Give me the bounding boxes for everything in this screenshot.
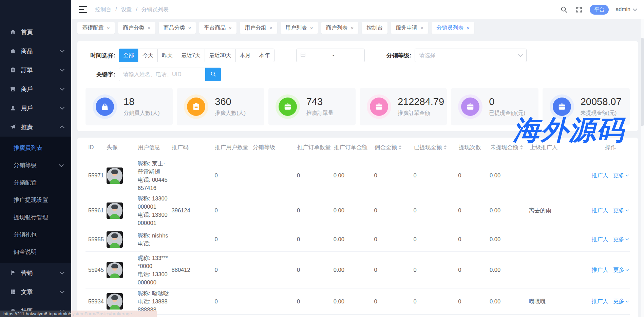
keyword-input[interactable] [119, 68, 206, 81]
stats-row: 18 分銷員人數(人) 360 推廣人數(人) [86, 88, 630, 125]
sidebar-item-promotion[interactable]: 推廣 [0, 118, 71, 137]
collapse-menu-button[interactable] [79, 5, 88, 14]
column-user-info: 用户信息 [138, 144, 172, 151]
sidebar-subitem-distribution-config[interactable]: 分銷配置 [0, 174, 71, 191]
sidebar-subitem-distribution-gift[interactable]: 分销礼包 [0, 226, 71, 243]
close-icon[interactable]: × [229, 25, 232, 31]
promoter-link[interactable]: 推广人 [591, 236, 608, 243]
avatar [107, 262, 123, 278]
search-button[interactable] [205, 68, 221, 81]
cell-id: 55955 [86, 236, 107, 243]
sidebar-item-marketing[interactable]: 营销 [0, 263, 71, 282]
tab-product-category[interactable]: 商品分类 × [159, 22, 196, 34]
topbar-actions: 平台 admin [560, 5, 637, 15]
tab-console[interactable]: 控制台 [362, 22, 387, 34]
tab-user-groups[interactable]: 用户分组 × [240, 22, 277, 34]
user-menu[interactable]: admin [615, 6, 637, 13]
column-unwithdrawn-sortable[interactable]: 未提现金额 [490, 144, 530, 151]
sidebar-item-home[interactable]: 首頁 [0, 22, 71, 41]
scrollbar-thumb[interactable] [641, 38, 644, 126]
time-option-month[interactable]: 本月 [235, 49, 255, 62]
time-option-yesterday[interactable]: 昨天 [157, 49, 177, 62]
cell-withdraw-times: 0 [458, 236, 490, 243]
chevron-down-icon [518, 52, 523, 57]
promoter-link[interactable]: 推广人 [591, 207, 608, 214]
tab-distributor-list[interactable]: 分销员列表 × [432, 22, 474, 34]
date-range-input[interactable]: - [296, 49, 365, 62]
topbar: 控制台 / 设置 / 分销员列表 平台 admin [71, 0, 644, 19]
cell-nickname: 昵称: nishhs [138, 231, 170, 240]
column-label: 已提现金额 [414, 144, 442, 151]
breadcrumb-distributor-list[interactable]: 分销员列表 [141, 6, 169, 13]
avatar [107, 293, 123, 310]
briefcase-icon [370, 98, 388, 116]
time-option-last7[interactable]: 最近7天 [177, 49, 205, 62]
close-icon[interactable]: × [269, 25, 272, 31]
tab-merchant-list[interactable]: 商户列表 × [321, 22, 359, 34]
sidebar-item-users[interactable]: 用戶 [0, 99, 71, 118]
cell-nickname: 昵称: 13300000001 [138, 194, 170, 211]
more-link[interactable]: 更多 [613, 172, 628, 179]
time-option-today[interactable]: 今天 [138, 49, 158, 62]
column-id: ID [86, 144, 107, 151]
breadcrumb-settings[interactable]: 设置 [121, 6, 132, 13]
sidebar-subitem-withdraw-banks[interactable]: 提现银行管理 [0, 209, 71, 226]
more-link[interactable]: 更多 [613, 236, 628, 243]
sidebar-item-label: 首頁 [21, 28, 64, 36]
cell-unwithdrawn: 0.00 [490, 267, 529, 273]
time-option-year[interactable]: 本年 [255, 49, 274, 62]
cell-promo-orders: 0 [297, 236, 334, 243]
stat-card-unwithdrawn-amount: 20058.07 未提現金額(元) [543, 88, 630, 125]
tab-bar: 基礎配置 × 商户分类 × 商品分类 × 平台商品 × 用户分组 × 用户列表 … [71, 19, 644, 37]
sidebar-subitem-commission-note[interactable]: 佣金说明 [0, 243, 71, 261]
sort-icon[interactable] [444, 145, 447, 149]
sort-icon[interactable] [520, 145, 523, 149]
fullscreen-icon[interactable] [575, 5, 583, 14]
sidebar-item-label: 訂單 [21, 66, 60, 74]
promoter-link[interactable]: 推广人 [591, 172, 608, 179]
close-icon[interactable]: × [310, 25, 313, 31]
breadcrumb-console[interactable]: 控制台 [95, 6, 111, 13]
sidebar-item-products[interactable]: 商品 [0, 41, 71, 60]
column-promo-users: 推广用户数量 [215, 144, 253, 151]
sidebar-subitem-withdraw-settings[interactable]: 推广提现设置 [0, 191, 71, 209]
tab-user-list[interactable]: 用户列表 × [281, 22, 318, 34]
column-withdrawn-sortable[interactable]: 已提现金额 [414, 144, 459, 151]
more-link[interactable]: 更多 [613, 298, 628, 305]
promoter-link[interactable]: 推广人 [591, 298, 608, 305]
tab-base-config[interactable]: 基礎配置 × [77, 22, 115, 34]
sidebar-subitem-distribution-level[interactable]: 分销等级 [0, 157, 71, 174]
main-area: 控制台 / 设置 / 分销员列表 平台 admin [71, 0, 644, 317]
level-select[interactable]: 请选择 [415, 49, 527, 62]
sidebar-item-articles[interactable]: 文章 [0, 282, 71, 301]
sidebar-subitem-promoter-list[interactable]: 推廣員列表 [0, 139, 71, 157]
sidebar-item-orders[interactable]: 訂單 [0, 60, 71, 80]
tab-merchant-category[interactable]: 商户分类 × [118, 22, 155, 34]
column-parent-promoter: 上级推广人 [530, 144, 592, 151]
cell-promo-order-amount: 0.00 [334, 267, 374, 273]
more-link[interactable]: 更多 [613, 207, 628, 214]
cell-withdrawn: 0 [413, 267, 458, 273]
sort-icon[interactable] [399, 145, 401, 149]
sidebar-item-merchants[interactable]: 商戶 [0, 80, 71, 99]
column-commission-sortable[interactable]: 佣金金额 [375, 144, 414, 151]
cell-phone: 电话: 13300000001 [138, 211, 170, 227]
close-icon[interactable]: × [420, 25, 423, 31]
more-link[interactable]: 更多 [613, 266, 628, 274]
cell-withdrawn: 0 [413, 298, 458, 305]
tab-platform-products[interactable]: 平台商品 × [199, 22, 236, 34]
close-icon[interactable]: × [148, 25, 151, 31]
close-icon[interactable]: × [107, 25, 110, 31]
date-range-separator: - [306, 52, 361, 58]
tab-service-apply[interactable]: 服务申请 × [391, 22, 428, 34]
stat-card-promo-orders: 743 推廣訂單量 [268, 88, 356, 125]
close-icon[interactable]: × [188, 25, 191, 31]
close-icon[interactable]: × [467, 25, 470, 31]
close-icon[interactable]: × [351, 25, 354, 31]
search-icon[interactable] [560, 5, 568, 14]
time-option-all[interactable]: 全部 [119, 49, 138, 62]
cell-withdrawn: 0 [413, 172, 458, 179]
cell-unwithdrawn: 0.00 [490, 298, 529, 305]
promoter-link[interactable]: 推广人 [591, 266, 608, 274]
time-option-last30[interactable]: 最近30天 [205, 49, 236, 62]
